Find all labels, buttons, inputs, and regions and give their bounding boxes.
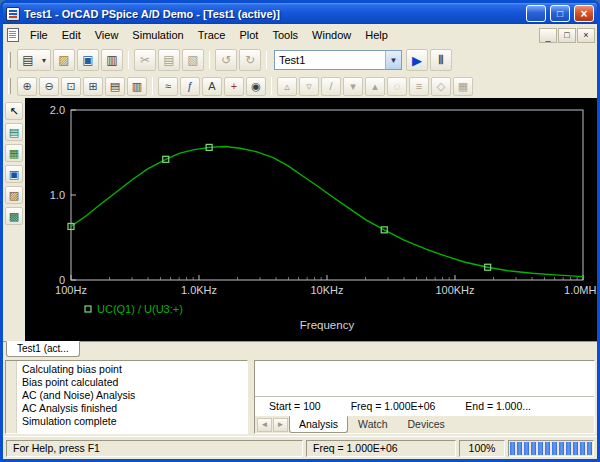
cut-button[interactable]: ✂ — [134, 49, 156, 71]
tab-devices[interactable]: Devices — [397, 416, 454, 433]
mark-data-point-button[interactable]: + — [224, 77, 244, 96]
redo-button[interactable]: ↻ — [239, 49, 261, 71]
log-x-axis-button[interactable]: ▤ — [105, 77, 125, 96]
status-bar: For Help, press F1 Freq = 1.000E+06 100% — [3, 436, 597, 459]
save-button[interactable]: ▣ — [77, 49, 99, 71]
model-library-icon[interactable]: ▩ — [5, 207, 23, 225]
toolbar-separator — [266, 51, 267, 69]
menu-trace[interactable]: Trace — [191, 26, 233, 44]
tab-analysis[interactable]: Analysis — [289, 416, 348, 433]
tab-scroll-left-icon[interactable]: ◄ — [257, 418, 272, 432]
toolbar-separator — [209, 51, 210, 69]
sim-start-value: Start = 100 — [269, 400, 321, 412]
simulation-status-window: Start = 100 Freq = 1.000E+06 End = 1.000… — [254, 360, 595, 434]
cursor-peak-button[interactable]: ▵ — [277, 77, 297, 96]
probe-toolbar: ⊕ ⊖ ⊡ ⊞ ▤ ▥ ≈ ƒ A + ◉ ▵ ▿ / ▾ ▴ ◌ ≡ ◇ ▦ — [3, 74, 597, 98]
cursor-point-button[interactable]: ◌ — [387, 77, 407, 96]
cursor-slope-button[interactable]: / — [321, 77, 341, 96]
output-line: AC (and Noise) Analysis — [22, 389, 242, 402]
svg-text:2.0: 2.0 — [50, 104, 65, 116]
status-zoom-panel: 100% — [459, 440, 505, 457]
frequency-plot[interactable]: 100Hz1.0KHz10KHz100KHz1.0MHz01.02.0UC(Q1… — [25, 98, 597, 341]
svg-text:1.0: 1.0 — [50, 189, 65, 201]
zoom-in-button[interactable]: ⊕ — [17, 77, 37, 96]
paste-button[interactable]: ▧ — [182, 49, 204, 71]
title-bar: Test1 - OrCAD PSpice A/D Demo - [Test1 (… — [3, 3, 597, 24]
simulation-status-tabs: ◄ ► Analysis Watch Devices — [255, 416, 594, 433]
plot-tab-strip: Test1 (act... — [3, 341, 597, 358]
cursor-search-button[interactable]: ≡ — [409, 77, 429, 96]
stimulus-file-icon[interactable]: ▨ — [5, 186, 23, 204]
app-icon — [6, 7, 20, 21]
close-button[interactable]: × — [574, 5, 594, 22]
status-help-text: For Help, press F1 — [6, 440, 303, 457]
menu-tools[interactable]: Tools — [265, 26, 305, 44]
plot-tab[interactable]: Test1 (act... — [6, 341, 80, 357]
cursor-min-button[interactable]: ▾ — [343, 77, 363, 96]
schematic-page-icon[interactable]: ▤ — [5, 123, 23, 141]
print-button[interactable]: ▥ — [101, 49, 123, 71]
zoom-fit-button[interactable]: ⊞ — [83, 77, 103, 96]
main-toolbar: ▤ ▾ ▨ ▣ ▥ ✂ ▤ ▧ ↺ ↻ Test1 ▼ ▶ Ⅱ — [3, 46, 597, 74]
zoom-out-button[interactable]: ⊖ — [39, 77, 59, 96]
menu-file[interactable]: File — [23, 26, 55, 44]
toolbar-separator — [271, 77, 272, 95]
pointer-tool-icon[interactable]: ↖ — [5, 102, 23, 120]
add-trace-button[interactable]: ≈ — [158, 77, 178, 96]
output-line: AC Analysis finished — [22, 402, 242, 415]
maximize-button[interactable]: □ — [550, 5, 570, 22]
svg-text:1.0MHz: 1.0MHz — [564, 284, 597, 296]
menu-plot[interactable]: Plot — [232, 26, 265, 44]
toolbar-grip[interactable] — [8, 52, 11, 68]
output-window: Calculating bias point Bias point calcul… — [5, 360, 248, 434]
zoom-area-button[interactable]: ⊡ — [61, 77, 81, 96]
output-line: Calculating bias point — [22, 363, 242, 376]
output-lines: Calculating bias point Bias point calcul… — [17, 361, 247, 433]
status-freq-panel: Freq = 1.000E+06 — [306, 440, 456, 457]
cursor-trough-button[interactable]: ▿ — [299, 77, 319, 96]
menu-edit[interactable]: Edit — [55, 26, 88, 44]
simulation-progress-bar — [508, 440, 594, 457]
mdi-close-button[interactable]: × — [577, 28, 595, 43]
add-text-label-button[interactable]: A — [202, 77, 222, 96]
plot-properties-button[interactable]: ▦ — [453, 77, 473, 96]
mdi-restore-button[interactable]: □ — [558, 28, 576, 43]
undo-button[interactable]: ↺ — [215, 49, 237, 71]
mdi-minimize-button[interactable]: _ — [539, 28, 557, 43]
open-button[interactable]: ▨ — [53, 49, 75, 71]
run-simulation-button[interactable]: ▶ — [406, 49, 428, 71]
menu-help[interactable]: Help — [358, 26, 395, 44]
simulation-profile-select[interactable]: Test1 ▼ — [274, 50, 402, 70]
workspace: ↖ ▤ ▦ ▣ ▨ ▩ 100Hz1.0KHz10KHz100KHz1.0MHz… — [3, 98, 597, 341]
toolbar-separator — [128, 51, 129, 69]
chevron-down-icon[interactable]: ▼ — [385, 51, 401, 69]
document-icon[interactable] — [7, 28, 19, 42]
svg-text:10KHz: 10KHz — [310, 284, 343, 296]
new-dropdown-caret-icon[interactable]: ▾ — [38, 49, 51, 71]
minimize-button[interactable]: _ — [526, 5, 546, 22]
log-y-axis-button[interactable]: ▥ — [127, 77, 147, 96]
menu-view[interactable]: View — [88, 26, 126, 44]
tab-watch[interactable]: Watch — [348, 416, 397, 433]
simulation-status-area: Start = 100 Freq = 1.000E+06 End = 1.000… — [255, 361, 594, 416]
simulation-results-icon[interactable]: ▦ — [5, 144, 23, 162]
toolbar-grip[interactable] — [8, 78, 11, 94]
cursor-max-button[interactable]: ▴ — [365, 77, 385, 96]
pause-simulation-button[interactable]: Ⅱ — [430, 49, 452, 71]
mark-label-button[interactable]: ◇ — [431, 77, 451, 96]
svg-text:UC(Q1) / U(U3:+): UC(Q1) / U(U3:+) — [97, 303, 183, 315]
menu-simulation[interactable]: Simulation — [125, 26, 190, 44]
menu-window[interactable]: Window — [305, 26, 358, 44]
eval-function-button[interactable]: ƒ — [180, 77, 200, 96]
new-simulation-button[interactable]: ▤ — [17, 49, 39, 71]
probe-window-icon[interactable]: ▣ — [5, 165, 23, 183]
tab-scroll-right-icon[interactable]: ► — [273, 418, 288, 432]
simulation-profile-value: Test1 — [275, 54, 385, 66]
cursor-toggle-button[interactable]: ◉ — [246, 77, 266, 96]
copy-button[interactable]: ▤ — [158, 49, 180, 71]
svg-text:Frequency: Frequency — [300, 319, 355, 331]
side-toolbar: ↖ ▤ ▦ ▣ ▨ ▩ — [3, 98, 25, 341]
window-title: Test1 - OrCAD PSpice A/D Demo - [Test1 (… — [24, 8, 522, 20]
progress-fill — [510, 442, 592, 455]
output-line: Simulation complete — [22, 415, 242, 428]
